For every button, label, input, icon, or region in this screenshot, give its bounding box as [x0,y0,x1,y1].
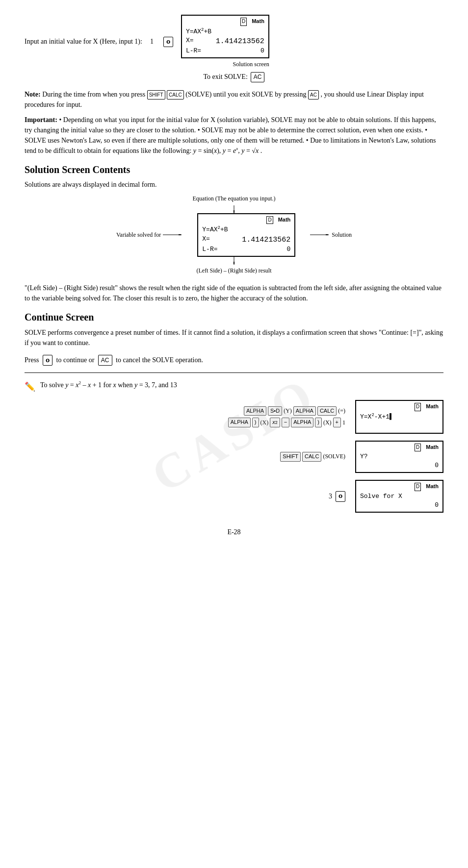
shift-key-note: SHIFT [147,90,165,99]
d-indicator-s3: D [415,483,421,491]
screen3-body: Solve for X 0 [360,492,439,510]
calc-key-2: CALC [302,452,321,462]
paren-key-2: ) [315,418,322,427]
key-row-1a: ALPHA S•D (Y) ALPHA CALC (=) [244,406,345,416]
step1-screen: D Math Y=X2-X+1▌ [355,400,443,433]
sd-key: S•D [268,406,282,416]
to-exit-label: To exit SOLVE: [204,72,248,82]
alpha-key-4: ALPHA [291,418,313,427]
continue-press: Press [25,356,39,364]
page-number: E-28 [25,527,443,537]
step3-screen: D Math Solve for X 0 [355,480,443,513]
diagram-bottom-label: (Left Side) – (Right Side) result [197,267,272,275]
diagram-area: Equation (The equation you input.) Varia… [25,195,443,275]
step-item-1: ALPHA S•D (Y) ALPHA CALC (=) ALPHA ) (X)… [25,400,443,433]
alpha-key-3: ALPHA [228,418,251,427]
svg-marker-3 [179,234,182,235]
tip-text: To solve y = x2 – x + 1 for x when y = 3… [40,380,177,390]
paren-key-1: ) [252,418,259,427]
top-input-label: Input an initial value for X (Here, inpu… [25,37,142,47]
section1-sub: Solutions are always displayed in decima… [25,180,443,190]
math-label-s2: Math [426,444,439,452]
arrow-bottom [234,257,234,265]
pencil-icon: ✏️ [25,380,35,393]
section2-para: SOLVE performs convergence a preset numb… [25,327,443,348]
minus-key: − [282,418,289,427]
step2-screen: D Math Y? 0 [355,441,443,473]
section2-heading: Continue Screen [25,310,443,324]
step1-keys: ALPHA S•D (Y) ALPHA CALC (=) ALPHA ) (X)… [25,406,345,428]
continue-text: to continue or [56,356,95,364]
diagram-left-label: Variable solved for [116,231,161,239]
section1-heading: Solution Screen Contents [25,163,443,177]
screen2-body: Y? 0 [360,452,439,470]
math-label-s1: Math [426,403,439,411]
diagram-right-label: Solution [332,231,352,239]
continue-text2: to cancel the SOLVE operation. [116,356,203,364]
important-label: Important: [25,116,57,124]
diagram-top-label: Equation (The equation you input.) [193,195,276,203]
alpha-key-1: ALPHA [244,406,266,416]
eq-key-3: 𝗼 [336,491,345,501]
top-calc-screen: D Math Y=AX2+B X=1.414213562 L-R=0 [181,15,269,58]
ac-key-exit: AC [251,72,265,82]
equals-key-continue: 𝗼 [43,355,52,366]
svg-marker-5 [326,234,329,235]
step-item-3: 3 𝗼 D Math Solve for X 0 [25,480,443,513]
screen1-body: Y=X2-X+1▌ [360,412,439,431]
key-row-1b: ALPHA ) (X) x2 − ALPHA ) (X) + 1 [228,418,345,427]
screen-body-diag: Y=AX2+B X=1.414213562 L-R=0 [202,225,290,254]
step-examples: ALPHA S•D (Y) ALPHA CALC (=) ALPHA ) (X)… [25,400,443,513]
note-label: Note: [25,91,41,98]
step2-keys: SHIFT CALC (SOLVE) [25,452,345,462]
d-indicator-s2: D [415,444,421,452]
para1: "(Left Side) – (Right Side) result" show… [25,283,443,303]
key-row-3: 3 𝗼 [329,491,345,501]
arrow-top [234,205,234,213]
diagram-calc-screen: D Math Y=AX2+B X=1.414213562 L-R=0 [197,213,295,257]
math-label-top: Math [252,18,264,26]
arrow-left [163,234,182,235]
math-eq1: = sin( [196,147,214,154]
important-block: Important: • Depending on what you input… [25,115,443,156]
d-indicator-diag: D [266,216,273,224]
arrow-right [310,234,330,235]
top-input-section: Input an initial value for X (Here, inpu… [25,15,443,69]
tip-row: ✏️ To solve y = x2 – x + 1 for x when y … [25,380,443,393]
d-indicator-s1: D [415,403,421,411]
page-content: Input an initial value for X (Here, inpu… [25,15,443,538]
calc-key-1: CALC [317,406,337,416]
continue-para: Press 𝗼 to continue or AC to cancel the … [25,355,443,366]
key-row-2: SHIFT CALC (SOLVE) [280,452,345,462]
math-label-s3: Math [426,483,439,491]
step3-keys: 3 𝗼 [25,491,345,501]
ac-key-continue: AC [98,355,112,366]
to-exit-row: To exit SOLVE: AC [25,72,443,82]
x2-key: x2 [270,418,280,427]
solution-screen-label: Solution screen [233,60,269,69]
diagram-inner: Variable solved for D Math Y=AX2+B X=1.4… [116,213,352,257]
note-block: Note: During the time from when you pres… [25,89,443,110]
equals-key: 𝗼 [163,37,173,47]
math-label-diag: Math [278,216,291,224]
ac-key-note: AC [308,90,319,99]
note-solve: (SOLVE) until you exit SOLVE by pressing [185,91,308,98]
calc-key-note: CALC [167,90,184,99]
input-value: 1 [150,37,154,47]
divider [25,372,443,373]
note-text1: During the time from when you press [42,91,147,98]
plus-key: + [333,418,341,427]
step-item-2: SHIFT CALC (SOLVE) D Math Y? 0 [25,441,443,473]
svg-marker-7 [234,262,234,265]
shift-key-2: SHIFT [280,452,301,462]
screen-body-top: Y=AX2+B X=1.414213562 L-R=0 [186,27,264,56]
d-indicator: D [240,18,247,26]
alpha-key-2: ALPHA [293,406,316,416]
